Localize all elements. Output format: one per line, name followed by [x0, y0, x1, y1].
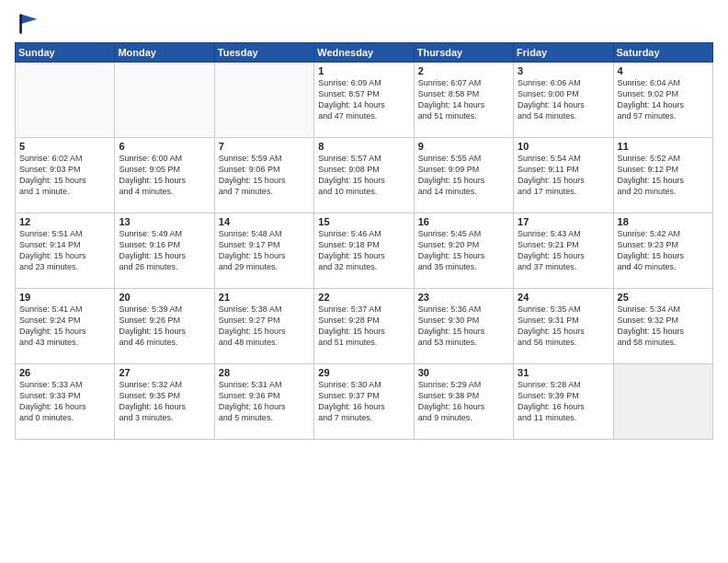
day-info: Sunrise: 5:28 AM Sunset: 9:39 PM Dayligh…: [518, 379, 609, 424]
calendar-cell: 26Sunrise: 5:33 AM Sunset: 9:33 PM Dayli…: [16, 364, 115, 440]
calendar-cell: 11Sunrise: 5:52 AM Sunset: 9:12 PM Dayli…: [613, 138, 712, 213]
day-info: Sunrise: 5:35 AM Sunset: 9:31 PM Dayligh…: [518, 304, 609, 349]
calendar-week-2: 5Sunrise: 6:02 AM Sunset: 9:03 PM Daylig…: [16, 138, 713, 213]
day-number: 25: [618, 292, 709, 303]
day-number: 8: [318, 141, 409, 152]
weekday-header-sunday: Sunday: [16, 43, 115, 63]
day-info: Sunrise: 5:54 AM Sunset: 9:11 PM Dayligh…: [518, 153, 609, 198]
day-info: Sunrise: 6:00 AM Sunset: 9:05 PM Dayligh…: [119, 153, 210, 198]
day-number: 3: [518, 65, 609, 76]
day-info: Sunrise: 5:48 AM Sunset: 9:17 PM Dayligh…: [219, 228, 310, 273]
calendar-cell: 8Sunrise: 5:57 AM Sunset: 9:08 PM Daylig…: [314, 138, 414, 213]
calendar-cell: 27Sunrise: 5:32 AM Sunset: 9:35 PM Dayli…: [115, 364, 214, 440]
calendar-cell: 17Sunrise: 5:43 AM Sunset: 9:21 PM Dayli…: [514, 213, 613, 289]
calendar-table: SundayMondayTuesdayWednesdayThursdayFrid…: [15, 42, 713, 440]
day-info: Sunrise: 5:49 AM Sunset: 9:16 PM Dayligh…: [119, 228, 210, 273]
day-info: Sunrise: 6:04 AM Sunset: 9:02 PM Dayligh…: [618, 77, 709, 122]
calendar-cell: 24Sunrise: 5:35 AM Sunset: 9:31 PM Dayli…: [514, 289, 613, 364]
day-info: Sunrise: 5:45 AM Sunset: 9:20 PM Dayligh…: [418, 228, 509, 273]
svg-rect-0: [15, 11, 40, 37]
calendar-cell: 10Sunrise: 5:54 AM Sunset: 9:11 PM Dayli…: [514, 138, 613, 213]
calendar-cell: [613, 364, 712, 440]
day-number: 14: [219, 216, 310, 227]
calendar-cell: 5Sunrise: 6:02 AM Sunset: 9:03 PM Daylig…: [16, 138, 115, 213]
day-number: 7: [219, 141, 310, 152]
day-number: 10: [518, 141, 609, 152]
day-number: 1: [318, 65, 409, 76]
day-number: 6: [119, 141, 210, 152]
day-number: 15: [318, 216, 409, 227]
calendar-cell: 12Sunrise: 5:51 AM Sunset: 9:14 PM Dayli…: [16, 213, 115, 289]
weekday-header-wednesday: Wednesday: [314, 43, 414, 63]
day-info: Sunrise: 5:55 AM Sunset: 9:09 PM Dayligh…: [418, 153, 509, 198]
calendar-cell: 3Sunrise: 6:06 AM Sunset: 9:00 PM Daylig…: [514, 63, 613, 138]
day-number: 16: [418, 216, 509, 227]
calendar-cell: 20Sunrise: 5:39 AM Sunset: 9:26 PM Dayli…: [115, 289, 214, 364]
day-info: Sunrise: 6:09 AM Sunset: 8:57 PM Dayligh…: [318, 77, 409, 122]
calendar-cell: 29Sunrise: 5:30 AM Sunset: 9:37 PM Dayli…: [314, 364, 414, 440]
day-number: 5: [19, 141, 110, 152]
calendar-cell: 7Sunrise: 5:59 AM Sunset: 9:06 PM Daylig…: [214, 138, 313, 213]
calendar-cell: 30Sunrise: 5:29 AM Sunset: 9:38 PM Dayli…: [414, 364, 513, 440]
day-number: 12: [19, 216, 110, 227]
day-info: Sunrise: 5:29 AM Sunset: 9:38 PM Dayligh…: [418, 379, 509, 424]
calendar-cell: 14Sunrise: 5:48 AM Sunset: 9:17 PM Dayli…: [214, 213, 313, 289]
calendar-week-5: 26Sunrise: 5:33 AM Sunset: 9:33 PM Dayli…: [16, 364, 713, 440]
day-info: Sunrise: 5:52 AM Sunset: 9:12 PM Dayligh…: [618, 153, 709, 198]
day-number: 2: [418, 65, 509, 76]
day-info: Sunrise: 5:31 AM Sunset: 9:36 PM Dayligh…: [219, 379, 310, 424]
day-number: 13: [119, 216, 210, 227]
day-number: 24: [518, 292, 609, 303]
calendar-cell: [115, 63, 214, 138]
calendar-week-4: 19Sunrise: 5:41 AM Sunset: 9:24 PM Dayli…: [16, 289, 713, 364]
calendar-cell: 4Sunrise: 6:04 AM Sunset: 9:02 PM Daylig…: [613, 63, 712, 138]
calendar-cell: 1Sunrise: 6:09 AM Sunset: 8:57 PM Daylig…: [314, 63, 414, 138]
weekday-header-monday: Monday: [115, 43, 214, 63]
day-info: Sunrise: 5:30 AM Sunset: 9:37 PM Dayligh…: [318, 379, 409, 424]
day-info: Sunrise: 5:33 AM Sunset: 9:33 PM Dayligh…: [19, 379, 110, 424]
calendar-week-3: 12Sunrise: 5:51 AM Sunset: 9:14 PM Dayli…: [16, 213, 713, 289]
day-info: Sunrise: 5:41 AM Sunset: 9:24 PM Dayligh…: [19, 304, 110, 349]
day-number: 26: [19, 367, 110, 378]
calendar-cell: 15Sunrise: 5:46 AM Sunset: 9:18 PM Dayli…: [314, 213, 414, 289]
calendar-cell: 18Sunrise: 5:42 AM Sunset: 9:23 PM Dayli…: [613, 213, 712, 289]
calendar-cell: 28Sunrise: 5:31 AM Sunset: 9:36 PM Dayli…: [214, 364, 313, 440]
day-number: 20: [119, 292, 210, 303]
calendar-cell: 6Sunrise: 6:00 AM Sunset: 9:05 PM Daylig…: [115, 138, 214, 213]
calendar-cell: 13Sunrise: 5:49 AM Sunset: 9:16 PM Dayli…: [115, 213, 214, 289]
day-info: Sunrise: 5:34 AM Sunset: 9:32 PM Dayligh…: [618, 304, 709, 349]
day-info: Sunrise: 5:43 AM Sunset: 9:21 PM Dayligh…: [518, 228, 609, 273]
day-info: Sunrise: 5:57 AM Sunset: 9:08 PM Dayligh…: [318, 153, 409, 198]
day-info: Sunrise: 5:59 AM Sunset: 9:06 PM Dayligh…: [219, 153, 310, 198]
weekday-header-thursday: Thursday: [414, 43, 513, 63]
day-number: 4: [618, 65, 709, 76]
day-number: 11: [618, 141, 709, 152]
day-number: 30: [418, 367, 509, 378]
weekday-header-saturday: Saturday: [613, 43, 712, 63]
day-info: Sunrise: 6:06 AM Sunset: 9:00 PM Dayligh…: [518, 77, 609, 122]
calendar-cell: 31Sunrise: 5:28 AM Sunset: 9:39 PM Dayli…: [514, 364, 613, 440]
calendar-cell: 9Sunrise: 5:55 AM Sunset: 9:09 PM Daylig…: [414, 138, 513, 213]
day-number: 29: [318, 367, 409, 378]
header: [15, 11, 713, 37]
day-number: 28: [219, 367, 310, 378]
day-number: 27: [119, 367, 210, 378]
day-info: Sunrise: 6:02 AM Sunset: 9:03 PM Dayligh…: [19, 153, 110, 198]
day-number: 9: [418, 141, 509, 152]
weekday-header-tuesday: Tuesday: [214, 43, 313, 63]
calendar-cell: 2Sunrise: 6:07 AM Sunset: 8:58 PM Daylig…: [414, 63, 513, 138]
calendar-cell: [16, 63, 115, 138]
logo: [15, 11, 44, 37]
day-info: Sunrise: 5:51 AM Sunset: 9:14 PM Dayligh…: [19, 228, 110, 273]
day-number: 22: [318, 292, 409, 303]
svg-rect-2: [19, 15, 22, 34]
calendar-cell: [214, 63, 313, 138]
day-info: Sunrise: 5:38 AM Sunset: 9:27 PM Dayligh…: [219, 304, 310, 349]
day-number: 17: [518, 216, 609, 227]
logo-icon: [15, 11, 40, 37]
day-number: 23: [418, 292, 509, 303]
day-number: 21: [219, 292, 310, 303]
calendar-cell: 16Sunrise: 5:45 AM Sunset: 9:20 PM Dayli…: [414, 213, 513, 289]
day-info: Sunrise: 6:07 AM Sunset: 8:58 PM Dayligh…: [418, 77, 509, 122]
day-number: 31: [518, 367, 609, 378]
